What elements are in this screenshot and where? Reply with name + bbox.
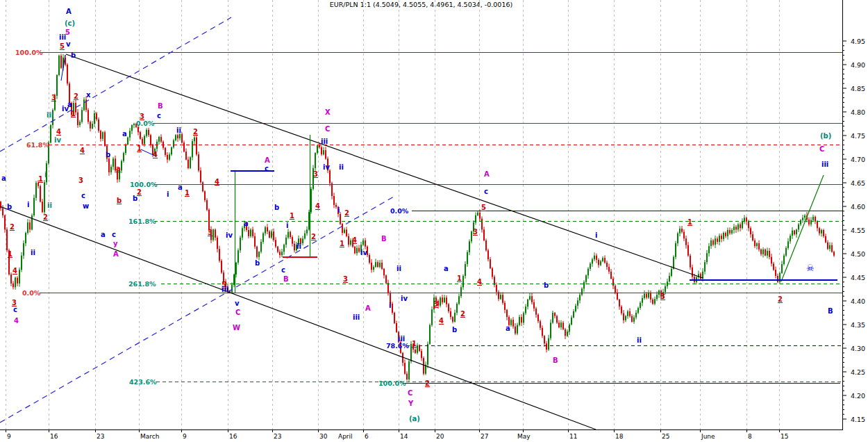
wave-label[interactable]: x bbox=[86, 91, 91, 99]
wave-label[interactable]: 3 bbox=[78, 177, 83, 184]
wave-label[interactable]: a bbox=[101, 231, 106, 238]
wave-label[interactable]: ii bbox=[47, 202, 52, 209]
wave-label[interactable]: b bbox=[7, 203, 12, 211]
wave-label[interactable]: 1 bbox=[412, 340, 417, 347]
wave-label[interactable]: c bbox=[265, 165, 269, 172]
wave-label[interactable]: 2 bbox=[43, 213, 48, 221]
wave-label[interactable]: A bbox=[365, 304, 371, 312]
wave-label[interactable]: ii bbox=[339, 163, 344, 171]
wave-label[interactable]: 4 bbox=[153, 151, 158, 158]
wave-label[interactable]: 2 bbox=[344, 209, 349, 217]
wave-label[interactable]: a bbox=[178, 183, 183, 191]
wave-label[interactable]: b bbox=[452, 326, 457, 334]
wave-label[interactable]: C bbox=[235, 309, 240, 316]
wave-label[interactable]: 1 bbox=[71, 110, 76, 117]
trend-line-up-dashed-lower[interactable] bbox=[0, 197, 394, 423]
wave-label[interactable]: ii bbox=[297, 243, 301, 250]
wave-label[interactable]: ii bbox=[176, 126, 181, 134]
wave-label[interactable]: 2 bbox=[74, 92, 78, 100]
wave-label[interactable]: w bbox=[83, 202, 89, 210]
wave-label[interactable]: iv bbox=[62, 105, 69, 113]
wave-label[interactable]: y bbox=[113, 240, 118, 247]
wave-label[interactable]: ii bbox=[397, 265, 401, 272]
wave-label[interactable]: 2 bbox=[425, 379, 430, 387]
wave-label[interactable]: 1 bbox=[8, 250, 12, 258]
wave-label[interactable]: A bbox=[484, 170, 490, 178]
price-chart-canvas[interactable]: 100.0%61.8%0.0%0.0%100.0%161.8%261.8%423… bbox=[0, 0, 868, 442]
wave-label[interactable]: ii bbox=[637, 336, 642, 344]
wave-label[interactable]: A bbox=[113, 250, 119, 258]
wave-label[interactable]: c bbox=[112, 231, 116, 238]
wave-label[interactable]: 3 bbox=[473, 228, 478, 236]
wave-label[interactable]: a bbox=[444, 265, 449, 272]
wave-label[interactable]: (c) bbox=[65, 19, 75, 27]
wave-label[interactable]: 3 bbox=[433, 300, 438, 308]
wave-label[interactable]: 4 bbox=[14, 317, 19, 325]
wave-label[interactable]: 4 bbox=[477, 278, 482, 286]
wave-label[interactable]: 1 bbox=[137, 145, 142, 152]
wave-label[interactable]: 2 bbox=[778, 295, 783, 303]
wave-label[interactable]: 2 bbox=[10, 223, 15, 231]
wave-label[interactable]: iii bbox=[47, 111, 53, 119]
wave-label[interactable]: B bbox=[381, 235, 387, 243]
wave-label[interactable]: iv bbox=[226, 231, 233, 239]
wave-label[interactable]: a bbox=[244, 220, 249, 227]
wave-label[interactable]: a bbox=[506, 325, 510, 332]
wave-label[interactable]: c bbox=[81, 192, 85, 199]
wave-label[interactable]: c bbox=[13, 306, 17, 313]
wave-label[interactable]: 2 bbox=[137, 188, 142, 196]
wave-label[interactable]: iv bbox=[360, 249, 367, 256]
wave-label[interactable]: 1 bbox=[38, 175, 43, 183]
wave-label[interactable]: 4 bbox=[12, 267, 17, 275]
wave-label[interactable]: v bbox=[235, 300, 240, 307]
wave-label[interactable]: b bbox=[117, 197, 122, 204]
wave-label[interactable]: 5 bbox=[481, 204, 486, 211]
wave-labels[interactable]: A(c)5iiiv5b32xaiv1iii4iv4baa1i3cwbiii22a… bbox=[1, 8, 833, 423]
wave-label[interactable]: a bbox=[122, 130, 127, 138]
wave-label[interactable]: 1 bbox=[340, 240, 344, 247]
wave-label[interactable]: B bbox=[158, 102, 163, 110]
wave-label[interactable]: 4 bbox=[215, 178, 219, 186]
wave-label[interactable]: b bbox=[274, 204, 279, 211]
wave-label[interactable]: 3 bbox=[313, 170, 318, 178]
wave-label[interactable]: (b) bbox=[820, 132, 831, 140]
wave-label[interactable]: v bbox=[66, 40, 71, 48]
wave-label[interactable]: C bbox=[408, 389, 412, 397]
wave-label[interactable]: i bbox=[389, 302, 391, 309]
wave-label[interactable]: B bbox=[828, 307, 833, 315]
wave-label[interactable]: a bbox=[116, 165, 121, 172]
wave-label[interactable]: iv bbox=[54, 136, 61, 144]
wave-label[interactable]: b bbox=[255, 259, 260, 267]
wave-label[interactable]: i bbox=[595, 231, 597, 239]
wave-label[interactable]: iii bbox=[321, 138, 328, 145]
wave-label[interactable]: 1 bbox=[687, 218, 692, 226]
wave-label[interactable]: ii bbox=[31, 249, 35, 256]
wave-label[interactable]: (a) bbox=[409, 415, 420, 423]
drawn-segments[interactable] bbox=[61, 55, 837, 293]
wave-label[interactable]: iii bbox=[353, 313, 360, 321]
wave-label[interactable]: 2 bbox=[311, 233, 316, 240]
wave-label[interactable]: 3 bbox=[140, 113, 144, 120]
wave-label[interactable]: iii bbox=[821, 161, 828, 168]
trend-line-down-channel-upper[interactable] bbox=[66, 54, 703, 278]
wave-label[interactable]: i bbox=[44, 171, 47, 179]
wave-label[interactable]: 1 bbox=[185, 189, 190, 197]
wave-label[interactable]: 4 bbox=[80, 147, 85, 154]
wave-label[interactable]: W bbox=[233, 324, 240, 332]
wave-label[interactable]: i bbox=[337, 206, 340, 214]
wave-label[interactable]: 3 bbox=[208, 229, 212, 236]
wave-label[interactable]: 3 bbox=[51, 94, 56, 101]
wave-label[interactable]: a bbox=[1, 174, 6, 182]
wave-label[interactable]: C bbox=[325, 125, 330, 133]
wave-label[interactable]: 5 bbox=[60, 42, 65, 50]
wave-label[interactable]: i bbox=[27, 201, 29, 208]
wave-label[interactable]: b bbox=[106, 151, 110, 158]
wave-label[interactable]: X bbox=[325, 108, 331, 116]
wave-label[interactable]: 2 bbox=[460, 310, 465, 318]
wave-label[interactable]: 1 bbox=[290, 212, 294, 220]
wave-label[interactable]: iii bbox=[59, 33, 66, 41]
wave-label[interactable]: Y bbox=[408, 400, 414, 407]
wave-label[interactable]: 4 bbox=[439, 317, 444, 325]
wave-label[interactable]: iii bbox=[398, 335, 405, 343]
wave-label[interactable]: C bbox=[819, 145, 824, 153]
